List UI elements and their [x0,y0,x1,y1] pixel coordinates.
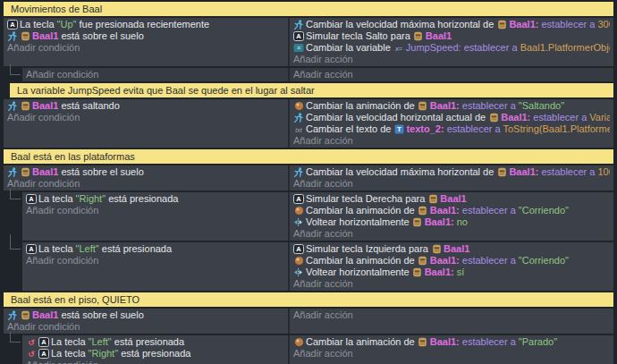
condition-row[interactable]: ↺ALa tecla "Left" está presionada [26,336,284,348]
text-segment: Baal1 [440,193,466,204]
action-row[interactable]: Voltear horizontalmente Baal1: sí [293,267,610,278]
object-baal-icon [412,267,423,277]
text-segment: establecer a [530,112,587,123]
sub-events: ALa tecla "Right" está presionadaAñadir … [22,192,613,291]
text-segment: Cambiar la variable [306,42,393,53]
event-block: ALa tecla "Left" está presionadaAñadir c… [22,242,613,291]
comment-bar[interactable]: La variable JumpSpeed evita que Baal se … [10,83,613,97]
action-row[interactable]: ASimular tecla Salto para Baal1 [293,30,610,42]
object-baal-icon [488,113,499,123]
action-row[interactable]: Cambiar la velocidad horizontal actual d… [293,112,610,123]
text-segment: "Parado" [516,336,557,347]
event-block: Añadir condiciónAñadir acción [22,68,613,81]
text-segment: Baal1: [430,336,460,347]
condition-row[interactable]: ALa tecla "Left" está presionada [26,243,284,255]
keyboard-key-icon: A [293,194,304,204]
condition-row[interactable]: ALa tecla "Up" fue presionada recienteme… [7,19,284,30]
add-action-link[interactable]: Añadir acción [293,309,610,321]
event-group: ALa tecla "Right" está presionadaAñadir … [22,192,613,241]
action-row[interactable]: Cambiar la velocidad máxima horizontal d… [293,166,610,178]
event-block: ↺ALa tecla "Left" está presionada↺ALa te… [22,335,613,364]
add-condition-link[interactable]: Añadir condición [26,205,284,216]
action-row[interactable]: Voltear horizontalmente Baal1: no [293,216,610,228]
event-block: Baal1 está sobre el sueloAñadir condició… [4,309,613,334]
text-segment: Cambiar la velocidad máxima horizontal d… [306,166,496,177]
text-segment: Baal1 [32,166,58,177]
svg-text:A: A [296,195,301,203]
action-row[interactable]: txtCambiar el texto de Ttexto_2: estable… [293,123,610,135]
text-segment: establecer a [460,336,516,347]
object-baal-icon [20,101,30,111]
text-segment: Baal1 [32,100,58,111]
add-action-link[interactable]: Añadir acción [293,135,610,147]
text-segment: "Right" [76,193,106,204]
variable-icon: ≡ [293,43,304,53]
action-row[interactable]: Cambiar la animación de Baal1: establece… [293,255,610,267]
conditions-column: ALa tecla "Left" está presionadaAñadir c… [22,242,288,291]
object-baal-icon [418,256,428,266]
keyboard-key-icon: A [38,349,49,359]
add-condition-link[interactable]: Añadir condición [7,42,284,54]
condition-row[interactable]: ↺ALa tecla "Right" está presionada [26,348,284,360]
text-segment: Baal1: [509,166,538,177]
keyboard-key-icon: A [26,194,37,204]
action-row[interactable]: ASimular tecla Izquierda para Baal1 [293,243,610,255]
add-condition-link[interactable]: Añadir condición [7,178,284,190]
add-action-link[interactable]: Añadir acción [293,278,610,290]
add-condition-link[interactable]: Añadir condición [26,255,284,267]
comment-bar[interactable]: Baal está en las plataformas [4,149,613,164]
condition-row[interactable]: Baal1 está sobre el suelo [7,30,284,42]
text-segment: Voltear horizontalmente [306,267,412,277]
text-segment: sí [454,267,465,277]
condition-row[interactable]: Baal1 está saltando [7,100,284,112]
condition-row[interactable]: Baal1 está sobre el suelo [7,166,284,178]
action-row[interactable]: Cambiar la animación de Baal1: establece… [293,100,610,112]
text-segment: "Left" [76,243,99,254]
text-segment: Baal1: [430,255,460,266]
object-baal-icon [20,167,30,177]
invert-condition-icon: ↺ [26,349,37,359]
conditions-column: ALa tecla "Up" fue presionada recienteme… [4,18,288,66]
event-block: Baal1 está sobre el sueloAñadir condició… [4,165,613,190]
platformer-behavior-icon [293,113,304,123]
add-condition-link[interactable]: Añadir condición [7,112,284,123]
actions-column: Cambiar la animación de Baal1: establece… [288,335,613,364]
conditions-column: Baal1 está saltandoAñadir condición [4,99,288,148]
actions-column: Añadir acción [288,68,613,81]
condition-row[interactable]: Baal1 está sobre el suelo [7,309,284,321]
condition-row[interactable]: ALa tecla "Right" está presionada [26,193,284,205]
add-action-link[interactable]: Añadir acción [293,54,610,65]
conditions-column: Baal1 está sobre el sueloAñadir condició… [4,165,288,190]
object-baal-icon [20,31,30,41]
text-segment: Baal1: [509,19,538,30]
conditions-column: Baal1 está sobre el sueloAñadir condició… [4,309,288,334]
sub-events: Añadir condiciónAñadir acción [22,68,613,81]
actions-column: Cambiar la velocidad máxima horizontal d… [288,165,613,190]
event-block: ALa tecla "Up" fue presionada recienteme… [4,18,613,66]
add-action-link[interactable]: Añadir acción [293,69,610,80]
comment-bar[interactable]: Baal está en el piso, QUIETO [4,292,613,307]
svg-text:A: A [296,32,301,40]
add-action-link[interactable]: Añadir acción [293,348,610,360]
object-baal-icon [431,244,442,254]
add-action-link[interactable]: Añadir acción [293,228,610,240]
add-condition-link[interactable]: Añadir condición [26,360,284,364]
object-baal-icon [413,31,424,41]
action-row[interactable]: ≡Cambiar la variable x=JumpSpeed: establ… [293,42,610,54]
add-condition-link[interactable]: Añadir condición [26,69,284,80]
svg-text:A: A [10,21,15,29]
action-row[interactable]: Cambiar la animación de Baal1: establece… [293,205,610,216]
text-segment: Cambiar la velocidad horizontal actual d… [306,112,488,123]
text-segment: establecer a [460,255,516,266]
object-baal-icon [418,206,428,216]
action-row[interactable]: Cambiar la velocidad máxima horizontal d… [293,19,610,30]
object-baal-icon [496,20,507,30]
add-action-link[interactable]: Añadir acción [293,178,610,190]
text-segment: 300 [595,19,610,30]
action-row[interactable]: Cambiar la animación de Baal1: establece… [293,336,610,348]
add-condition-link[interactable]: Añadir condición [7,321,284,333]
comment-bar[interactable]: Movimientos de Baal [4,2,613,16]
text-segment: Baal1 [444,243,469,254]
action-row[interactable]: ASimular tecla Derecha para Baal1 [293,193,610,205]
platformer-behavior-icon [7,310,18,320]
